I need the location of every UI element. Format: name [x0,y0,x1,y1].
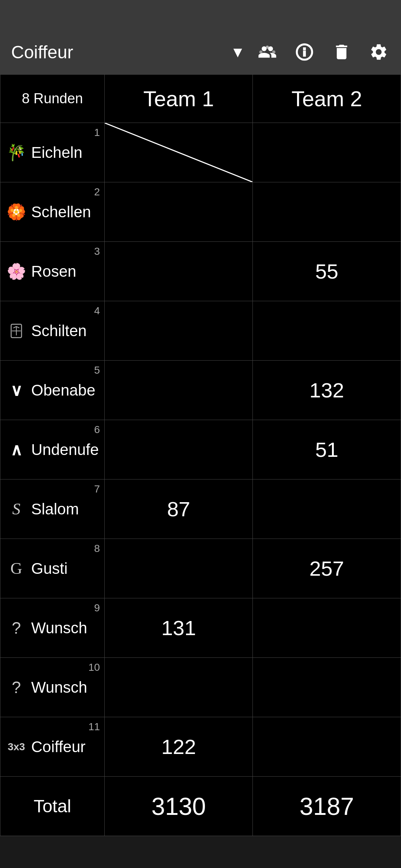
eicheln-team2-cell[interactable] [253,123,401,182]
settings-button[interactable] [368,41,390,63]
wunsch1-team2-cell[interactable] [253,598,401,658]
schilten-icon [6,321,27,341]
table-row: 6 ∧ Undenufe 51 [0,420,401,479]
wunsch1-label: 9 ? Wunsch [0,598,105,658]
undenufe-team1-cell[interactable] [105,420,253,479]
wunsch1-team1-cell[interactable]: 131 [105,598,253,658]
coiffeur-label: 11 3x3 Coiffeur [0,717,105,777]
obenabe-label: 5 ∨ Obenabe [0,361,105,420]
delete-button[interactable] [330,41,353,63]
players-button[interactable] [256,41,278,63]
wunsch2-label: 10 ? Wunsch [0,658,105,717]
table-row: 3 🌸 Rosen 55 [0,242,401,301]
schellen-team2-cell[interactable] [253,182,401,242]
slalom-team1-cell[interactable]: 87 [105,479,253,539]
svg-line-4 [105,123,252,182]
coiffeur-team2-cell[interactable] [253,717,401,777]
rosen-label: 3 🌸 Rosen [0,242,105,301]
slalom-icon: S [6,499,27,520]
svg-point-0 [266,46,269,49]
table-row: 7 S Slalom 87 [0,479,401,539]
undenufe-icon: ∧ [6,439,27,460]
table-row: 4 Schilten [0,301,401,361]
obenabe-team2-cell[interactable]: 132 [253,361,401,420]
schellen-team1-cell[interactable] [105,182,253,242]
table-row: 8 G Gusti 257 [0,539,401,598]
schellen-label: 2 🏵️ Schellen [0,182,105,242]
table-row: 2 🏵️ Schellen [0,182,401,242]
table-row: 9 ? Wunsch 131 [0,598,401,658]
team1-header[interactable]: Team 1 [105,75,253,123]
eicheln-icon: 🎋 [6,142,27,163]
header-row: 8 Runden Team 1 Team 2 [0,75,401,123]
dropdown-icon[interactable]: ▼ [230,44,245,61]
table-row: 11 3x3 Coiffeur 122 [0,717,401,777]
info-button[interactable] [293,41,316,63]
slalom-label: 7 S Slalom [0,479,105,539]
total-team1[interactable]: 3130 [105,777,253,836]
slalom-team2-cell[interactable] [253,479,401,539]
svg-point-3 [304,48,305,49]
schellen-icon: 🏵️ [6,202,27,222]
total-row: Total 3130 3187 [0,777,401,836]
status-bar [0,0,401,30]
table-row: 10 ? Wunsch [0,658,401,717]
table-row: 5 ∨ Obenabe 132 [0,361,401,420]
obenabe-icon: ∨ [6,380,27,401]
gusti-team2-cell[interactable]: 257 [253,539,401,598]
app-title: Coiffeur [11,42,219,62]
schilten-label: 4 Schilten [0,301,105,361]
wunsch2-team1-cell[interactable] [105,658,253,717]
rounds-header: 8 Runden [0,75,105,123]
schilten-team2-cell[interactable] [253,301,401,361]
wunsch2-icon: ? [6,677,27,698]
eicheln-team1-cell[interactable] [105,123,253,182]
gusti-team1-cell[interactable] [105,539,253,598]
total-team2[interactable]: 3187 [253,777,401,836]
toolbar-icons [256,41,390,63]
rosen-team1-cell[interactable] [105,242,253,301]
table-row: 1 🎋 Eicheln [0,123,401,182]
eicheln-label: 1 🎋 Eicheln [0,123,105,182]
gusti-label: 8 G Gusti [0,539,105,598]
game-table: 8 Runden Team 1 Team 2 1 🎋 Eicheln 2 🏵️ … [0,74,401,836]
team2-header[interactable]: Team 2 [253,75,401,123]
undenufe-team2-cell[interactable]: 51 [253,420,401,479]
undenufe-label: 6 ∧ Undenufe [0,420,105,479]
wunsch2-team2-cell[interactable] [253,658,401,717]
obenabe-team1-cell[interactable] [105,361,253,420]
total-label: Total [0,777,105,836]
wunsch1-icon: ? [6,618,27,638]
schilten-team1-cell[interactable] [105,301,253,361]
coiffeur-icon: 3x3 [6,737,27,757]
rosen-team2-cell[interactable]: 55 [253,242,401,301]
toolbar: Coiffeur ▼ [0,30,401,74]
rosen-icon: 🌸 [6,261,27,282]
gusti-icon: G [6,558,27,579]
coiffeur-team1-cell[interactable]: 122 [105,717,253,777]
